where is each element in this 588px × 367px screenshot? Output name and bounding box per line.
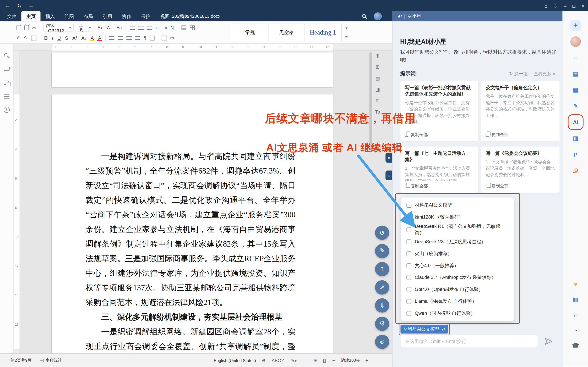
menu-tab[interactable]: 主页 [21,11,40,21]
edit-mode-icon[interactable]: ✎▾ [291,358,297,363]
ai-assistant-icon[interactable]: ✦ [570,20,581,31]
scrollbar-thumb[interactable] [369,52,372,150]
menu-tab[interactable]: 绘图 [60,11,79,21]
document-paragraph[interactable]: 一是织密调解组织网络。新建园区商会调解室28个，实现重点行业商会调委会全覆盖。创… [85,325,295,353]
insert-shape-icon[interactable]: ◨ [375,87,380,92]
stats-icon[interactable]: ▥ [570,294,581,305]
page-indicator[interactable]: 第2页共9页 [10,358,32,363]
library-tool-icon[interactable]: ▣ [570,85,581,95]
copy-all-button[interactable]: 复制全部 [486,132,555,138]
chat-icon[interactable] [4,80,10,86]
menu-tab[interactable]: 插入 [41,11,60,21]
envelope-icon[interactable]: ✉ [170,35,174,41]
zoom-level[interactable]: 缩放100% [341,358,359,363]
menu-tab[interactable]: 插件 [174,11,193,21]
download-button[interactable]: ⇓ [375,298,389,313]
bullet-list-icon[interactable] [130,25,135,30]
zoom-in-button[interactable]: + [365,358,369,363]
horizontal-ruler[interactable]: 123456789101112131415161718 [14,44,392,50]
cut-icon[interactable]: ✂ [32,25,36,31]
styles-scroll-icon[interactable]: ▾ [345,25,348,30]
style-option[interactable]: Heading 1 [305,24,341,41]
outline-tool-icon[interactable]: ≡ [570,52,581,63]
menu-tab[interactable]: 保护 [136,11,155,21]
align-right-icon[interactable] [126,36,132,40]
paragraph-shading-icon[interactable] [150,35,154,40]
undo-float-button[interactable]: ↺ [375,225,389,240]
copy-icon[interactable] [25,25,29,30]
strikethrough-button[interactable]: S [64,35,69,41]
copy-all-button[interactable]: 复制全部 [486,183,555,189]
maximize-button[interactable]: □ [572,3,575,8]
insert-table-icon[interactable]: ⊞ [375,64,380,70]
menu-tab[interactable]: 引用 [98,11,117,21]
document-text[interactable]: 一是构建诉调对接新格局。与省高院共同建立商事纠纷“三级预警”机制，全年分流案件6… [52,94,333,353]
document-paragraph[interactable]: 一是构建诉调对接新格局。与省高院共同建立商事纠纷“三级预警”机制，全年分流案件6… [85,149,295,310]
swap-prompts-link[interactable]: ↻ 换一组 [509,71,528,77]
select-tool-icon[interactable] [32,35,36,40]
collapse-sidebar-button[interactable]: « [385,170,392,180]
superscript-button[interactable]: A² [71,35,78,41]
settings-button[interactable]: ⚙ [375,317,389,331]
redo-icon[interactable]: ↷ [24,35,28,41]
vertical-ruler[interactable]: 246810121416 [14,50,20,353]
source-tool-icon[interactable]: 原 [570,165,581,176]
align-justify-icon[interactable] [135,36,140,40]
model-option[interactable]: DeepSeek R1（满血公文加强版，无敏感词） [401,223,514,236]
borders-icon[interactable] [190,25,195,30]
prompt-card[interactable]: 写一篇《七一主题党日活动方案》1、**文章撰写者角色**：活动方案策划人员，熟悉… [400,146,478,193]
undo-icon[interactable]: ↶ [17,35,21,41]
font-color-button[interactable]: A [97,35,102,41]
format-painter-icon[interactable] [162,35,166,40]
prompt-card[interactable]: 公文笔杆子（偏角色定义）我是一位在政府机关工作多年的公文笔杆子，专注于公文写作。… [481,81,560,142]
word-count-button[interactable]: 字数统计 [40,358,62,363]
search-icon[interactable] [362,14,367,20]
back-button[interactable]: ← [5,3,11,8]
align-center-icon[interactable] [118,36,123,40]
prompt-card[interactable]: 写一篇《党委会会议纪要》1、**文章撰写者角色**：党委会会议记录员，负责准确、… [481,146,560,193]
upload-button[interactable]: ↥ [375,262,389,276]
forward-button[interactable]: → [28,3,34,8]
insert-image-icon[interactable]: ▤ [375,75,380,81]
globe-icon[interactable]: ⊕ [262,358,266,363]
spellcheck-icon[interactable]: ABC✓ [272,358,285,363]
menu-tab[interactable]: 文件 [2,11,21,21]
paragraph-mark-toggle-icon[interactable]: ¶ [144,35,146,41]
font-family-select[interactable]: 仿宋_GB2312 [43,24,73,32]
menu-tab[interactable]: 协作 [117,11,136,21]
model-option[interactable]: Claude 3.7（Anthropic发布 质量较好） [401,272,514,284]
current-model-tag[interactable]: 材料星AI公文模型 ⇄ [401,325,448,334]
minimize-button[interactable]: – [564,3,567,8]
outdent-icon[interactable]: ⇤ [156,25,160,31]
phone-icon[interactable]: ☎ [570,340,581,351]
search-icon[interactable] [4,53,10,59]
underline-button[interactable]: U [57,35,61,41]
print-layout-view-icon[interactable]: ⊞ [314,358,317,363]
copy-all-button[interactable]: 复制全部 [405,132,474,138]
writing-tool-icon[interactable]: ✎ [570,101,581,111]
user-avatar-icon[interactable] [570,36,581,47]
change-case-button[interactable]: Aa [116,25,122,30]
numbered-list-icon[interactable] [138,25,144,30]
refresh-button[interactable]: ↻ [17,3,22,8]
home-icon[interactable]: ⌂ [570,310,581,320]
grow-font-button[interactable]: A+ [97,25,104,30]
ppt-tool-icon[interactable]: P [570,149,581,160]
model-option[interactable]: 文心4.0（一般推荐） [401,260,514,272]
model-option[interactable]: Qwen（国内模型 自行体验） [401,307,514,319]
home-button[interactable]: ⌂ [545,3,547,8]
line-spacing-icon[interactable]: ⇅ [170,25,175,31]
subscript-button[interactable]: A₂ [81,35,87,41]
ai-model-tool-icon[interactable]: AI [570,117,581,127]
paragraph-mark-icon[interactable]: ¶ [376,53,379,58]
document-tool-icon[interactable]: ▤ [570,68,581,79]
user-avatar[interactable] [374,12,382,20]
indent-icon[interactable]: ⇥ [163,25,167,31]
translate-tool-icon[interactable]: ◨ [570,133,581,143]
swap-model-icon[interactable]: ⇄ [442,327,445,332]
menu-tab[interactable]: 布局 [79,11,98,21]
chat-input[interactable] [400,335,538,347]
model-option[interactable]: 火山（较为推荐） [401,248,514,260]
model-option[interactable]: DeepSeek V3（无深度思考过程） [401,236,514,248]
see-more-link[interactable]: 查看更多 » [534,71,555,77]
